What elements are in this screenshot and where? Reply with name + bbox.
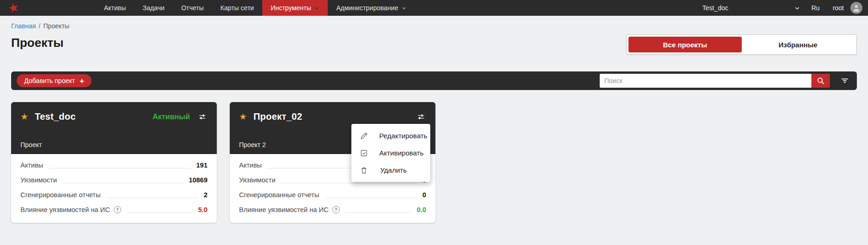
project-cards: ★ Test_doc Активный Проект Активы191 Уяз… xyxy=(11,102,857,223)
menu-item-activate[interactable]: Активировать xyxy=(351,144,430,161)
project-subtitle: Проект xyxy=(20,141,207,148)
red-star-logo-icon: ★ xyxy=(6,0,20,15)
user-avatar[interactable] xyxy=(850,2,862,14)
project-card-test-doc: ★ Test_doc Активный Проект Активы191 Уяз… xyxy=(11,102,217,223)
project-status-badge: Активный xyxy=(153,113,190,121)
toggle-all-projects[interactable]: Все проекты xyxy=(628,37,742,52)
card-menu-button[interactable] xyxy=(197,113,207,121)
project-title: Test_doc xyxy=(35,111,76,122)
nav-item-reports[interactable]: Отчеты xyxy=(173,0,212,16)
nav-item-administration[interactable]: Администрирование xyxy=(328,0,415,16)
nav-item-tools[interactable]: Инструменты xyxy=(262,0,328,16)
project-selector-dropdown[interactable]: Test_doc xyxy=(702,4,800,12)
card-menu-button[interactable] xyxy=(416,113,426,121)
stat-row-vulnerabilities: Уязвимости10869 xyxy=(20,173,207,187)
stat-row-reports: Сгенерированные отчеты2 xyxy=(20,187,207,202)
card-context-menu: Редактировать Активировать Удалить xyxy=(351,124,430,182)
favorite-star-icon[interactable]: ★ xyxy=(20,112,28,121)
menu-item-edit[interactable]: Редактировать xyxy=(351,127,430,144)
project-card-proekt-02: ★ Проект_02 Проект 2 Активы Уязвимости0 xyxy=(230,102,435,223)
add-project-button[interactable]: Добавить проект + xyxy=(17,74,91,87)
menu-item-delete[interactable]: Удалить xyxy=(351,161,430,179)
top-navigation-bar: ★ Активы Задачи Отчеты Карты сети Инстру… xyxy=(0,0,868,16)
favorite-star-icon[interactable]: ★ xyxy=(239,112,247,121)
main-nav: Активы Задачи Отчеты Карты сети Инструме… xyxy=(96,0,415,16)
app-logo[interactable]: ★ xyxy=(0,0,27,16)
checkbox-check-icon xyxy=(360,149,368,157)
topbar-right: Test_doc Ru root xyxy=(702,0,868,16)
projects-toolbar: Добавить проект + xyxy=(11,71,857,90)
help-icon[interactable]: ? xyxy=(332,206,340,213)
trash-icon xyxy=(360,166,369,174)
leader-line xyxy=(281,183,417,183)
stat-row-impact: Влияние уязвимостей на ИС?0.0 xyxy=(239,202,426,217)
plus-icon: + xyxy=(79,77,84,85)
nav-item-assets[interactable]: Активы xyxy=(96,0,134,16)
card-stats: Активы191 Уязвимости10869 Сгенерированны… xyxy=(11,154,217,223)
pencil-icon xyxy=(360,132,368,140)
language-switcher[interactable]: Ru xyxy=(811,4,820,12)
breadcrumb-separator: / xyxy=(39,22,40,30)
leader-line xyxy=(49,168,191,168)
stat-row-reports: Сгенерированные отчеты0 xyxy=(239,187,426,202)
stat-row-impact: Влияние уязвимостей на ИС?5.0 xyxy=(20,202,207,217)
project-title: Проект_02 xyxy=(253,111,302,122)
filter-lines-icon xyxy=(840,77,849,85)
chevron-down-icon xyxy=(314,6,319,11)
person-icon xyxy=(852,3,861,13)
leader-line xyxy=(345,213,411,213)
search-button[interactable] xyxy=(811,74,830,88)
search-group xyxy=(600,74,849,88)
search-input[interactable] xyxy=(600,74,811,88)
card-header: ★ Test_doc Активный Проект xyxy=(11,102,217,154)
nav-item-tasks[interactable]: Задачи xyxy=(134,0,173,16)
leader-line xyxy=(106,198,198,198)
leader-line xyxy=(325,198,417,198)
toggle-favorites[interactable]: Избранные xyxy=(742,37,855,52)
chevron-down-icon xyxy=(794,5,800,11)
stat-row-assets: Активы191 xyxy=(20,158,207,173)
filter-button[interactable] xyxy=(840,77,849,85)
help-icon[interactable]: ? xyxy=(114,206,121,213)
chevron-down-icon xyxy=(402,6,407,11)
leader-line xyxy=(63,183,183,183)
projects-view-toggle: Все проекты Избранные xyxy=(626,34,857,55)
current-project-label: Test_doc xyxy=(702,4,728,12)
breadcrumb: Главная/Проекты xyxy=(0,16,868,30)
leader-line xyxy=(127,213,193,213)
sliders-icon xyxy=(197,113,207,121)
username-label: root xyxy=(833,4,844,12)
sliders-icon xyxy=(416,113,426,121)
nav-item-network-maps[interactable]: Карты сети xyxy=(212,0,262,16)
breadcrumb-current: Проекты xyxy=(43,22,69,30)
breadcrumb-home-link[interactable]: Главная xyxy=(11,22,36,30)
search-icon xyxy=(816,77,825,85)
